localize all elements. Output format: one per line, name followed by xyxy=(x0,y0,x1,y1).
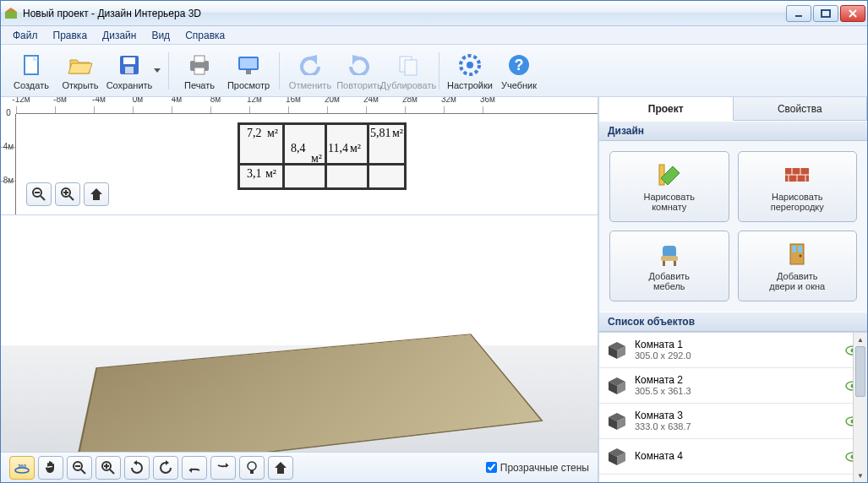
zoom-in-icon xyxy=(101,460,116,475)
svg-rect-48 xyxy=(659,165,664,185)
new-file-icon xyxy=(18,52,45,79)
svg-rect-19 xyxy=(405,60,417,75)
cube-icon xyxy=(606,339,628,361)
tab-project[interactable]: Проект xyxy=(599,97,734,121)
rotate-right-button[interactable] xyxy=(153,456,178,480)
close-button[interactable] xyxy=(840,5,865,22)
zoom-in-2d-button[interactable] xyxy=(55,182,80,206)
floor-plan-3d[interactable] xyxy=(94,308,516,452)
preview-button[interactable]: Просмотр xyxy=(225,47,272,95)
object-dims: 305.0 x 292.0 xyxy=(635,350,838,361)
settings-button[interactable]: Настройки xyxy=(446,47,494,95)
svg-rect-3 xyxy=(822,10,830,17)
home-2d-button[interactable] xyxy=(84,182,109,206)
tilt-down-icon xyxy=(216,460,231,475)
minimize-button[interactable] xyxy=(786,5,811,22)
right-panel: Проект Свойства Дизайн Нарисоватькомнату… xyxy=(598,97,867,482)
ruler-vertical: 04м8м xyxy=(1,114,16,214)
object-row[interactable]: Комната 4 xyxy=(599,439,867,475)
svg-line-28 xyxy=(69,196,74,200)
door-icon xyxy=(783,241,811,268)
lightbulb-icon xyxy=(245,460,259,475)
scroll-thumb[interactable] xyxy=(855,346,865,397)
transparent-walls-input[interactable] xyxy=(486,462,497,473)
object-list[interactable]: Комната 1305.0 x 292.0Комната 2305.5 x 3… xyxy=(599,332,867,482)
titlebar[interactable]: Новый проект - Дизайн Интерьера 3D xyxy=(1,1,867,26)
svg-rect-12 xyxy=(194,68,205,74)
tab-properties[interactable]: Свойства xyxy=(734,97,868,120)
section-design-header: Дизайн xyxy=(599,121,867,141)
create-button[interactable]: Создать xyxy=(8,47,55,95)
rotate-left-button[interactable] xyxy=(124,456,150,480)
svg-rect-46 xyxy=(250,470,254,474)
home-3d-button[interactable] xyxy=(268,456,293,480)
redo-icon xyxy=(346,52,373,79)
rotate-360-button[interactable]: 360 xyxy=(9,456,35,480)
section-objects-header: Список объектов xyxy=(599,312,867,332)
floor-plan-2d[interactable]: 7,2 8,4 3,1 11,4 5,81 м² м² м² м² м² xyxy=(237,122,407,190)
svg-point-45 xyxy=(248,462,256,470)
hand-icon xyxy=(43,460,58,475)
toolbar-separator xyxy=(168,52,169,90)
app-icon xyxy=(4,7,18,20)
redo-button[interactable]: Повторить xyxy=(336,47,383,95)
zoom-in-3d-button[interactable] xyxy=(96,456,121,480)
object-row[interactable]: Комната 1305.0 x 292.0 xyxy=(599,333,867,368)
save-dropdown[interactable] xyxy=(153,68,161,73)
scroll-up-icon[interactable]: ▲ xyxy=(854,333,867,346)
tilt-up-button[interactable] xyxy=(182,456,207,480)
help-icon: ? xyxy=(505,52,532,79)
object-name: Комната 4 xyxy=(635,450,838,462)
window-title: Новый проект - Дизайн Интерьера 3D xyxy=(23,8,786,19)
view-3d[interactable] xyxy=(1,215,598,452)
menu-file[interactable]: Файл xyxy=(6,28,45,43)
duplicate-button[interactable]: Дублировать xyxy=(385,47,432,95)
zoom-out-3d-button[interactable] xyxy=(67,456,92,480)
svg-line-38 xyxy=(110,469,114,474)
light-button[interactable] xyxy=(239,456,265,480)
pan-button[interactable] xyxy=(38,456,63,480)
view-2d[interactable]: -12м-8м-4м0м4м8м12м16м20м24м28м32м36м 04… xyxy=(1,97,598,215)
main-area: -12м-8м-4м0м4м8м12м16м20м24м28м32м36м 04… xyxy=(1,97,867,482)
menu-help[interactable]: Справка xyxy=(178,28,232,43)
menu-design[interactable]: Дизайн xyxy=(96,28,143,43)
maximize-button[interactable] xyxy=(813,5,838,22)
menu-edit[interactable]: Правка xyxy=(46,28,95,43)
tilt-down-button[interactable] xyxy=(210,456,236,480)
svg-rect-63 xyxy=(798,246,802,252)
svg-line-25 xyxy=(41,196,45,200)
open-button[interactable]: Открыть xyxy=(57,47,104,95)
svg-text:360: 360 xyxy=(18,464,27,469)
tabs: Проект Свойства xyxy=(599,97,867,121)
draw-wall-button[interactable]: Нарисоватьперегородку xyxy=(738,151,858,222)
svg-rect-58 xyxy=(661,256,678,261)
object-dims: 333.0 x 638.7 xyxy=(635,421,838,432)
object-row[interactable]: Комната 2305.5 x 361.3 xyxy=(599,368,867,404)
svg-marker-31 xyxy=(90,188,102,200)
save-button[interactable]: Сохранить xyxy=(106,47,153,95)
monitor-icon xyxy=(235,52,262,79)
cube-icon xyxy=(606,375,628,397)
tutorial-button[interactable]: ? Учебник xyxy=(495,47,543,95)
svg-rect-59 xyxy=(663,261,665,266)
print-button[interactable]: Печать xyxy=(176,47,223,95)
cube-icon xyxy=(606,446,628,468)
bottom-toolbar: 360 Прозрачные стены xyxy=(1,452,598,482)
add-furniture-button[interactable]: Добавитьмебель xyxy=(609,231,729,301)
undo-button[interactable]: Отменить xyxy=(287,47,334,95)
draw-room-button[interactable]: Нарисоватькомнату xyxy=(609,151,729,222)
tilt-up-icon xyxy=(187,460,202,475)
object-row[interactable]: Комната 3333.0 x 638.7 xyxy=(599,404,867,439)
zoom-in-icon xyxy=(60,187,75,202)
object-dims: 305.5 x 361.3 xyxy=(635,386,838,397)
scrollbar-vertical[interactable]: ▲ ▼ xyxy=(853,333,867,482)
svg-marker-43 xyxy=(189,468,192,473)
svg-rect-8 xyxy=(125,67,134,73)
scroll-down-icon[interactable]: ▼ xyxy=(854,469,867,482)
menu-view[interactable]: Вид xyxy=(145,28,177,43)
add-doors-windows-button[interactable]: Добавитьдвери и окна xyxy=(738,231,858,301)
transparent-walls-checkbox[interactable]: Прозрачные стены xyxy=(486,462,589,474)
zoom-out-2d-button[interactable] xyxy=(26,182,52,206)
gear-icon xyxy=(456,52,483,79)
svg-marker-1 xyxy=(5,8,17,12)
